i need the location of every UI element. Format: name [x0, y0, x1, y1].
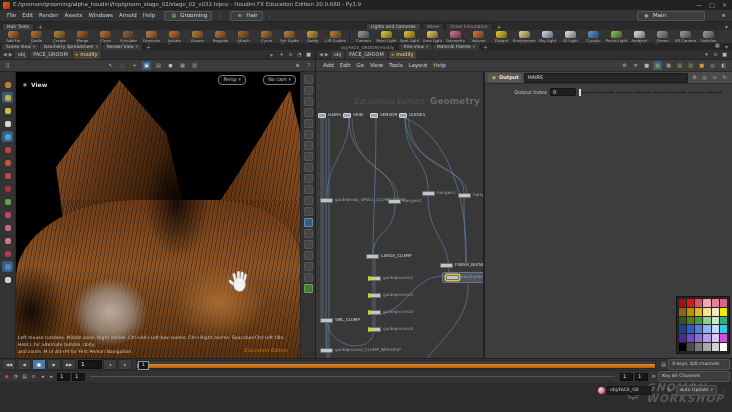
- layout-icon[interactable]: ⊕: [293, 61, 302, 70]
- palette-swatch[interactable]: [703, 325, 710, 333]
- palette-swatch[interactable]: [679, 343, 686, 351]
- keys-info-dropdown[interactable]: 0 keys, 0/0 channels⋮: [668, 359, 730, 370]
- node-body[interactable]: [366, 254, 379, 259]
- range-left-icon[interactable]: ◂: [38, 372, 47, 381]
- show-handles-icon[interactable]: ▣: [142, 61, 151, 70]
- zoom-icon[interactable]: ◎: [700, 73, 709, 82]
- timeline-range-bar[interactable]: [137, 364, 655, 368]
- dropdown-icon[interactable]: ▾: [702, 50, 711, 59]
- palette-swatch[interactable]: [679, 334, 686, 342]
- palette-swatch[interactable]: [687, 334, 694, 342]
- shelf-tab-hair-tools[interactable]: Hair Tools: [2, 23, 34, 31]
- net-menu-tools[interactable]: Tools: [386, 62, 406, 70]
- field-guide-icon[interactable]: [304, 240, 313, 249]
- range-slider[interactable]: [90, 376, 615, 377]
- path-segment-face-groom[interactable]: FACE_GROOM: [30, 51, 70, 59]
- net-menu-layout[interactable]: Layout: [406, 62, 431, 70]
- node-body[interactable]: [370, 113, 378, 118]
- normals-icon[interactable]: [304, 185, 313, 194]
- maximize-button[interactable]: □: [709, 2, 715, 8]
- shelf-tab-drive-simulation[interactable]: Drive Simulation: [445, 23, 492, 31]
- next-frame-button[interactable]: ▸: [118, 359, 132, 370]
- pin-icon[interactable]: ◔: [295, 50, 304, 59]
- context-path-field[interactable]: obj/FACE_G0: [607, 386, 651, 395]
- folder-icon[interactable]: ▥: [686, 61, 695, 70]
- realtime-icon[interactable]: ◔: [11, 372, 20, 381]
- range-options-icon[interactable]: ≡: [649, 372, 658, 381]
- node-body[interactable]: [320, 198, 333, 203]
- palette-swatch[interactable]: [703, 308, 710, 316]
- crop-icon[interactable]: [304, 251, 313, 260]
- solid-square-icon[interactable]: ■: [642, 61, 651, 70]
- density-tool-icon[interactable]: [2, 105, 13, 116]
- tree-view-icon[interactable]: ≡: [631, 61, 640, 70]
- palette-swatch[interactable]: [679, 325, 686, 333]
- playbar-options-icon[interactable]: ⊙: [29, 372, 38, 381]
- palette-swatch[interactable]: [679, 308, 686, 316]
- net-menu-add[interactable]: Add: [320, 62, 337, 70]
- grooming-selector[interactable]: ▦ Grooming: [164, 11, 212, 21]
- texture-icon[interactable]: [304, 152, 313, 161]
- node-body[interactable]: [388, 199, 401, 204]
- points-icon[interactable]: [304, 196, 313, 205]
- node-body[interactable]: [320, 318, 333, 323]
- lock-tool-icon[interactable]: [2, 131, 13, 142]
- select-tool-icon[interactable]: [2, 118, 13, 129]
- node-body[interactable]: [440, 263, 453, 268]
- palette-swatch[interactable]: [703, 343, 710, 351]
- handles-vis-icon[interactable]: [304, 207, 313, 216]
- path-segment-modify[interactable]: ▸modify: [389, 51, 417, 59]
- menu-assets[interactable]: Assets: [61, 12, 85, 20]
- hand-tool-icon[interactable]: [2, 274, 13, 285]
- light-toggle-icon[interactable]: [304, 119, 313, 128]
- back-icon[interactable]: ◀: [3, 52, 7, 57]
- smooth-icon[interactable]: [304, 174, 313, 183]
- node-body[interactable]: [458, 193, 471, 198]
- net-menu-help[interactable]: Help: [430, 62, 449, 70]
- magnet-tool-icon[interactable]: [2, 209, 13, 220]
- node-hairgen2[interactable]: hairgen2: [388, 199, 422, 204]
- output-index-slider[interactable]: [579, 88, 728, 96]
- menu-arnold[interactable]: Arnold: [116, 12, 140, 20]
- keys-icon[interactable]: ▤: [659, 360, 668, 369]
- selection-mask-icon[interactable]: ▤: [154, 61, 163, 70]
- range-subend-field[interactable]: 1: [635, 373, 648, 381]
- path-segment-modify[interactable]: ▸modify: [73, 51, 101, 59]
- node-skin[interactable]: SKIN: [343, 113, 363, 118]
- update-options-icon[interactable]: ⋮: [719, 388, 729, 394]
- isolate-tool-icon[interactable]: [2, 92, 13, 103]
- color-grid-icon[interactable]: ▦: [653, 61, 662, 70]
- node-body[interactable]: [368, 310, 381, 315]
- camera-pill[interactable]: No cam▾: [263, 75, 296, 85]
- node-name-field[interactable]: HAIRS: [524, 73, 688, 83]
- net-forward-icon[interactable]: ▶: [325, 52, 329, 57]
- node-hairgen3[interactable]: hairgen3: [458, 193, 484, 198]
- menu-help[interactable]: Help: [140, 12, 159, 20]
- node-hairclump1[interactable]: hairclump1: [442, 272, 484, 283]
- palette-swatch[interactable]: [712, 334, 719, 342]
- node-guides[interactable]: GUIDES: [399, 113, 425, 118]
- palette-swatch[interactable]: [687, 308, 694, 316]
- palette-swatch[interactable]: [687, 343, 694, 351]
- range-end-field[interactable]: 1: [620, 373, 633, 381]
- path-segment-face-groom[interactable]: FACE_GROOM: [346, 51, 386, 59]
- palette-swatch[interactable]: [712, 299, 719, 307]
- cut-tool-icon[interactable]: [2, 183, 13, 194]
- palette-swatch[interactable]: [720, 299, 727, 307]
- node-guideprocess2[interactable]: guideprocess2: [368, 293, 413, 298]
- link-icon[interactable]: ⊙: [711, 50, 720, 59]
- net-menu-go[interactable]: Go: [353, 62, 367, 70]
- palette-swatch[interactable]: [712, 317, 719, 325]
- palette-swatch[interactable]: [679, 317, 686, 325]
- path-segment-obj[interactable]: obj: [15, 51, 29, 59]
- palette-swatch[interactable]: [712, 343, 719, 351]
- forward-icon[interactable]: ▶: [9, 52, 13, 57]
- frame-marker[interactable]: 1: [138, 361, 149, 370]
- material-dot-icon[interactable]: ●: [166, 61, 175, 70]
- ruler-icon[interactable]: [304, 229, 313, 238]
- range-start-field[interactable]: 1: [57, 373, 70, 381]
- info-overlay-icon[interactable]: [304, 273, 313, 282]
- menu-file[interactable]: File: [4, 12, 19, 20]
- node-hairs[interactable]: HAIRS: [318, 113, 341, 118]
- close-button[interactable]: ×: [722, 2, 727, 8]
